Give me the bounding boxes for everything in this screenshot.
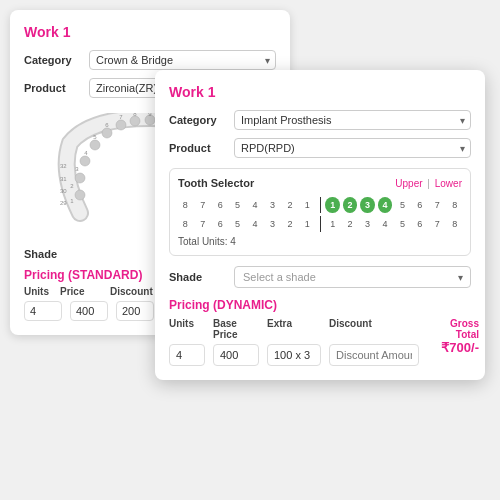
tooth-8ll[interactable]: 8 [178,216,192,232]
tooth-3lr[interactable]: 3 [360,216,374,232]
svg-text:31: 31 [60,176,67,182]
tooth-5lr[interactable]: 5 [395,216,409,232]
tooth-divider-lower [320,216,321,232]
tooth-1lr[interactable]: 1 [325,216,339,232]
tooth-6ur[interactable]: 6 [413,197,427,213]
svg-point-5 [102,128,112,138]
lower-link[interactable]: Lower [435,178,462,189]
card2-work: Work 1 Category Implant Prosthesis Produ… [155,70,485,380]
dyn-discount-input[interactable] [329,344,419,366]
tooth-1ll[interactable]: 1 [300,216,314,232]
tooth-1ur[interactable]: 1 [325,197,339,213]
gross-total-area: GrossTotal ₹700/- [427,318,479,355]
tooth-8lr[interactable]: 8 [448,216,462,232]
tooth-3ll[interactable]: 3 [265,216,279,232]
tooth-4u[interactable]: 4 [248,197,262,213]
pricing-col-values [169,344,419,366]
card2-shade-wrapper[interactable]: Select a shade [234,266,471,288]
tooth-7ur[interactable]: 7 [430,197,444,213]
tooth-2ur[interactable]: 2 [343,197,357,213]
card2-product-row: Product RPD(RPD) [169,138,471,158]
total-units: Total Units: 4 [178,236,462,247]
upper-tooth-row: 8 7 6 5 4 3 2 1 1 2 3 4 5 6 7 8 [178,197,462,213]
tooth-3u[interactable]: 3 [265,197,279,213]
card1-units-input[interactable] [24,301,62,321]
col-units-label: Units [24,286,60,297]
tooth-2u[interactable]: 2 [283,197,297,213]
col-price-label: Price [60,286,110,297]
dyn-discount-label: Discount [329,318,419,340]
card2-shade-select[interactable]: Select a shade [234,266,471,288]
tooth-selector-title: Tooth Selector [178,177,254,189]
tooth-5ur[interactable]: 5 [395,197,409,213]
card2-category-label: Category [169,114,234,126]
card2-product-wrapper[interactable]: RPD(RPD) [234,138,471,158]
tooth-4ll[interactable]: 4 [248,216,262,232]
card2-title: Work 1 [169,84,471,100]
tooth-links: Upper | Lower [395,178,462,189]
tooth-8u[interactable]: 8 [178,197,192,213]
card1-category-wrapper[interactable]: Crown & Bridge [89,50,276,70]
dyn-extra-input[interactable] [267,344,321,366]
dyn-units-label: Units [169,318,205,340]
svg-text:5: 5 [93,134,97,140]
svg-point-9 [80,156,90,166]
card2-product-select[interactable]: RPD(RPD) [234,138,471,158]
pricing-cols-area: Units Base Price Extra Discount [169,318,419,366]
dyn-baseprice-label: Base Price [213,318,259,340]
tooth-3ur[interactable]: 3 [360,197,374,213]
upper-link[interactable]: Upper [395,178,422,189]
tooth-5ll[interactable]: 5 [230,216,244,232]
col-disc-label: Discount [110,286,160,297]
svg-text:30: 30 [60,188,67,194]
tooth-selector-header: Tooth Selector Upper | Lower [178,177,462,189]
tooth-7ll[interactable]: 7 [195,216,209,232]
link-separator: | [427,178,430,189]
tooth-2ll[interactable]: 2 [283,216,297,232]
card1-title: Work 1 [24,24,276,40]
svg-point-11 [75,173,85,183]
card2-product-label: Product [169,142,234,154]
card1-discount-input[interactable] [116,301,154,321]
svg-point-7 [90,140,100,150]
tooth-divider [320,197,321,213]
card2-category-select[interactable]: Implant Prosthesis [234,110,471,130]
dyn-baseprice-input[interactable] [213,344,259,366]
tooth-4ur[interactable]: 4 [378,197,392,213]
tooth-8ur[interactable]: 8 [448,197,462,213]
svg-point-3 [116,120,126,130]
svg-text:3: 3 [75,166,79,172]
card1-category-row: Category Crown & Bridge [24,50,276,70]
card1-price-input[interactable] [70,301,108,321]
tooth-7lr[interactable]: 7 [430,216,444,232]
card2-category-wrapper[interactable]: Implant Prosthesis [234,110,471,130]
svg-point-13 [75,190,85,200]
tooth-6u[interactable]: 6 [213,197,227,213]
tooth-4lr[interactable]: 4 [378,216,392,232]
card1-product-label: Product [24,82,89,94]
svg-text:29: 29 [60,200,67,206]
tooth-2lr[interactable]: 2 [343,216,357,232]
tooth-7u[interactable]: 7 [195,197,209,213]
dyn-extra-label: Extra [267,318,321,340]
tooth-6ll[interactable]: 6 [213,216,227,232]
card2-shade-row: Shade Select a shade [169,266,471,288]
svg-point-1 [130,116,140,126]
pricing-dynamic-area: Units Base Price Extra Discount GrossTot… [169,318,471,366]
card2-pricing-header: Pricing (DYNAMIC) [169,298,471,312]
lower-tooth-row: 8 7 6 5 4 3 2 1 1 2 3 4 5 6 7 8 [178,216,462,232]
tooth-6lr[interactable]: 6 [413,216,427,232]
gross-total-label: GrossTotal [450,318,479,340]
pricing-col-headers: Units Base Price Extra Discount [169,318,419,340]
svg-text:32: 32 [60,163,67,169]
dyn-units-input[interactable] [169,344,205,366]
card2-category-row: Category Implant Prosthesis [169,110,471,130]
svg-text:4: 4 [84,150,88,156]
tooth-5u[interactable]: 5 [230,197,244,213]
card1-category-label: Category [24,54,89,66]
card1-category-select[interactable]: Crown & Bridge [89,50,276,70]
gross-total-value: ₹700/- [441,340,479,355]
tooth-selector-box: Tooth Selector Upper | Lower 8 7 6 5 4 3… [169,168,471,256]
card2-shade-label: Shade [169,271,234,283]
tooth-1ul[interactable]: 1 [300,197,314,213]
